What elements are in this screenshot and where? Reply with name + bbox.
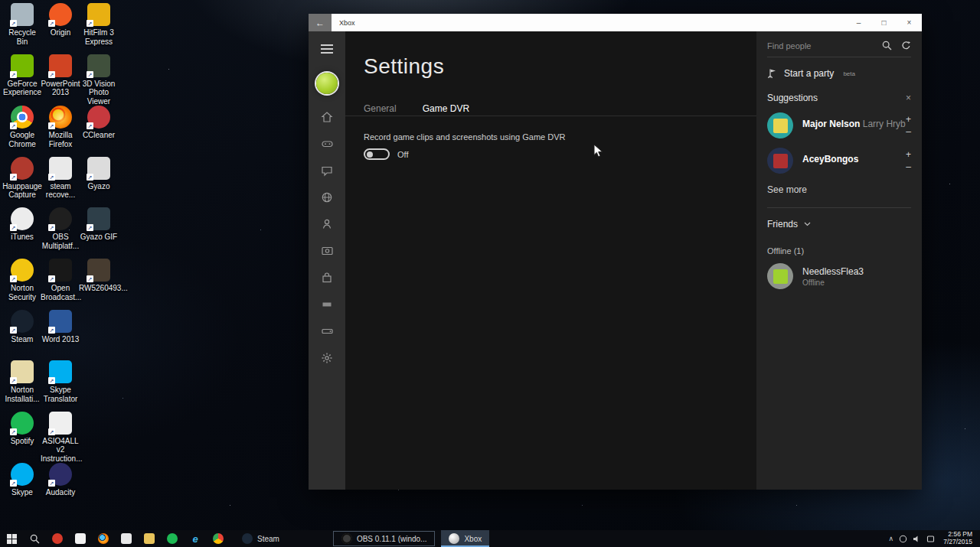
taskbar-edge[interactable]: e <box>184 530 207 547</box>
suggestion-row[interactable]: AceyBongos + – <box>767 148 911 174</box>
minimize-button[interactable]: – <box>846 14 871 31</box>
desktop-icon-chrome[interactable]: Google Chrome <box>3 106 41 157</box>
taskbar-clock[interactable]: 2:56 PM 7/27/2015 <box>940 531 975 546</box>
game-dvr-icon[interactable] <box>321 245 334 257</box>
tray-network-icon[interactable] <box>899 535 907 543</box>
dismiss-suggestion-button[interactable]: – <box>906 161 911 172</box>
suggestion-row[interactable]: Major Nelson Larry Hryb + – <box>767 112 911 138</box>
friend-row[interactable]: NeedlessFlea3 Offline <box>767 263 911 289</box>
taskbar-button-xbox[interactable]: Xbox <box>441 530 489 547</box>
desktop-icon-ccleaner[interactable]: CCleaner <box>80 106 118 157</box>
steam-icon <box>11 310 34 333</box>
3d-vision-icon <box>87 54 110 77</box>
achievements-icon[interactable] <box>321 218 333 230</box>
desktop-icon-hitfilm[interactable]: HitFilm 3 Express <box>80 3 118 54</box>
recycle-bin-icon <box>11 3 34 26</box>
real-name: Larry Hryb <box>863 119 906 129</box>
gamertag: AceyBongos <box>802 154 858 164</box>
back-button[interactable]: ← <box>309 14 332 31</box>
oneguide-icon[interactable] <box>321 298 333 311</box>
desktop-icon-recycle-bin[interactable]: Recycle Bin <box>3 3 41 54</box>
ccleaner-icon <box>87 106 110 129</box>
desktop-icon-asio4all[interactable]: ASIO4ALL v2 Instruction... <box>41 412 80 464</box>
tabs-divider <box>345 116 756 116</box>
desktop-icon-hauppauge[interactable]: Hauppauge Capture <box>3 157 41 208</box>
settings-gear-icon[interactable] <box>321 352 333 364</box>
desktop-icon-itunes[interactable]: iTunes <box>3 207 41 259</box>
desktop-icon-label: Skype Translator <box>41 386 80 403</box>
desktop-icon-steam-recovery[interactable]: steam recove... <box>41 157 80 208</box>
desktop-icon-norton-install[interactable]: Norton Installati... <box>3 360 41 412</box>
desktop-icon-open-broadcaster[interactable]: Open Broadcast... <box>41 259 80 310</box>
firefox-icon <box>49 106 72 129</box>
activity-icon[interactable] <box>321 191 333 203</box>
taskbar-origin[interactable] <box>46 530 69 547</box>
desktop-icon-audacity[interactable]: Audacity <box>41 463 80 514</box>
desktop-icon-skype-translator[interactable]: Skype Translator <box>41 360 80 412</box>
taskbar-button-steam[interactable]: Steam <box>234 530 287 547</box>
suggestions-title: Suggestions <box>767 93 906 103</box>
desktop-icon-geforce[interactable]: GeForce Experience <box>3 54 41 106</box>
tray-expand-icon[interactable]: ∧ <box>889 535 894 542</box>
tray-volume-icon[interactable] <box>913 535 921 543</box>
home-icon[interactable] <box>321 111 333 123</box>
action-center-icon[interactable] <box>926 535 935 543</box>
origin-icon <box>52 533 63 544</box>
desktop-icon-powerpoint[interactable]: PowerPoint 2013 <box>41 54 80 106</box>
taskbar-spotify[interactable] <box>161 530 184 547</box>
my-games-icon[interactable] <box>321 138 334 150</box>
store-icon[interactable] <box>321 272 333 284</box>
close-suggestions-icon[interactable]: × <box>906 93 911 103</box>
window-title: Xbox <box>332 14 846 31</box>
desktop-icon-origin[interactable]: Origin <box>41 3 80 54</box>
find-people-search[interactable]: Find people <box>767 41 911 50</box>
connect-icon[interactable] <box>321 325 334 337</box>
desktop-icon-label: Google Chrome <box>3 131 41 148</box>
document-icon <box>49 157 72 180</box>
see-more-link[interactable]: See more <box>767 184 911 195</box>
taskbar-chrome[interactable] <box>207 530 230 547</box>
start-button[interactable] <box>0 530 23 547</box>
taskbar-firefox[interactable] <box>92 530 115 547</box>
messages-icon[interactable] <box>321 164 333 177</box>
desktop-icon-label: iTunes <box>11 233 34 242</box>
desktop-icon-label: Hauppauge Capture <box>2 182 42 200</box>
taskbar-button-obs[interactable]: OBS 0.11.1 (windo... <box>333 531 436 546</box>
profile-avatar[interactable] <box>316 73 338 94</box>
dismiss-suggestion-button[interactable]: – <box>906 126 911 137</box>
skype-icon <box>11 463 34 486</box>
tab-general[interactable]: General <box>364 103 397 120</box>
desktop-icon-gyazo[interactable]: Gyazo <box>80 157 118 208</box>
gyazo-gif-icon <box>87 207 110 230</box>
refresh-icon[interactable] <box>901 41 911 50</box>
friends-section-header[interactable]: Friends <box>767 219 911 230</box>
game-dvr-toggle[interactable] <box>364 148 390 160</box>
search-icon[interactable] <box>882 41 892 50</box>
desktop-icon-rw-image[interactable]: RW5260493... <box>80 259 118 310</box>
start-party-button[interactable]: Start a party beta <box>767 68 911 79</box>
desktop-icon-word[interactable]: Word 2013 <box>41 310 80 361</box>
desktop-icon-obs[interactable]: OBS Multiplatf... <box>41 207 80 259</box>
hauppauge-icon <box>11 157 34 180</box>
add-friend-button[interactable]: + <box>906 149 911 160</box>
taskbar-gyazo[interactable] <box>115 530 138 547</box>
desktop-icon-norton-security[interactable]: Norton Security <box>3 259 41 310</box>
taskbar-file-explorer[interactable] <box>138 530 161 547</box>
taskbar-store[interactable] <box>69 530 92 547</box>
add-friend-button[interactable]: + <box>906 114 911 125</box>
desktop-icon-firefox[interactable]: Mozilla Firefox <box>41 106 80 157</box>
norton-security-icon <box>11 259 34 282</box>
taskbar-search-button[interactable] <box>23 530 46 547</box>
maximize-button[interactable]: □ <box>871 14 897 31</box>
hitfilm-icon <box>87 3 110 26</box>
desktop-icon-3d-vision[interactable]: 3D Vision Photo Viewer <box>80 54 118 106</box>
desktop-icon-skype[interactable]: Skype <box>3 463 41 514</box>
close-button[interactable]: × <box>897 14 922 31</box>
desktop-icon-steam[interactable]: Steam <box>3 310 41 361</box>
desktop-icon-label: ASIO4ALL v2 Instruction... <box>41 437 80 464</box>
hamburger-menu-icon[interactable] <box>321 42 333 56</box>
game-dvr-setting-label: Record game clips and screenshots using … <box>364 132 756 142</box>
tab-game-dvr[interactable]: Game DVR <box>423 103 469 120</box>
desktop-icon-spotify[interactable]: Spotify <box>3 412 41 464</box>
desktop-icon-gyazo-gif[interactable]: Gyazo GIF <box>80 207 118 259</box>
